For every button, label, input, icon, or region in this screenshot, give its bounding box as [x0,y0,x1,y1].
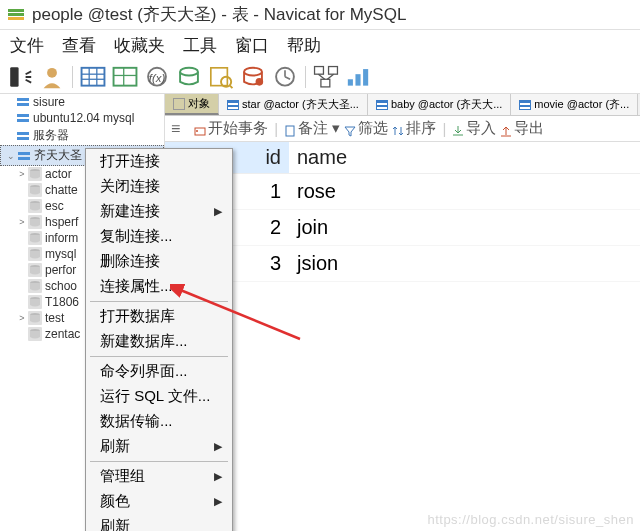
other-tool-icon[interactable] [175,65,203,89]
schedule-tool-icon[interactable] [271,65,299,89]
backup-tool-icon[interactable] [239,65,267,89]
menu-item-label: 运行 SQL 文件... [100,387,210,406]
context-menu-item[interactable]: 命令列界面... [86,359,232,384]
context-menu-item[interactable]: 打开数据库 [86,304,232,329]
table-row[interactable]: 1rose [165,174,640,210]
tree-item[interactable]: sisure [0,94,164,110]
context-menu-item[interactable]: 刷新▶ [86,434,232,459]
database-icon [28,263,42,277]
svg-rect-32 [17,98,29,101]
note-action[interactable]: 备注 ▾ [284,119,340,138]
menu-item-label: 删除连接 [100,252,160,271]
model-tool-icon[interactable] [312,65,340,89]
tab-icon [173,98,185,110]
context-menu-item[interactable]: 关闭连接 [86,174,232,199]
toolbar: f(x) [0,61,640,94]
svg-line-18 [230,86,233,89]
context-menu-item[interactable]: 删除连接 [86,249,232,274]
tree-item[interactable]: ubuntu12.04 mysql [0,110,164,126]
menu-separator [90,301,228,302]
cell-name[interactable]: jsion [289,246,640,281]
menu-help[interactable]: 帮助 [287,34,321,57]
menu-tools[interactable]: 工具 [183,34,217,57]
begin-transaction[interactable]: 开始事务 [194,119,268,138]
context-menu-item[interactable]: 管理组▶ [86,464,232,489]
tree-label: perfor [45,263,76,277]
svg-line-23 [285,77,290,80]
svg-point-19 [244,68,262,76]
database-icon [28,295,42,309]
export-action[interactable]: 导出 [500,119,544,138]
tab-label: star @actor (齐天大圣... [242,97,359,112]
database-icon [28,183,42,197]
svg-line-27 [318,74,324,79]
chart-tool-icon[interactable] [344,65,372,89]
context-menu-item[interactable]: 连接属性... [86,274,232,299]
table-row[interactable]: 2join [165,210,640,246]
hamburger-icon[interactable]: ≡ [171,120,180,138]
connection-icon[interactable] [6,65,34,89]
menu-item-label: 刷新 [100,437,130,456]
submenu-arrow-icon: ▶ [214,205,222,218]
svg-point-4 [47,68,57,78]
data-grid[interactable]: id name 1rose2join3jsion [165,142,640,282]
menu-window[interactable]: 窗口 [235,34,269,57]
svg-point-20 [256,78,264,86]
context-menu-item[interactable]: 运行 SQL 文件... [86,384,232,409]
context-menu-item[interactable]: 数据传输... [86,409,232,434]
server-icon [16,129,30,143]
context-menu-item[interactable]: 颜色▶ [86,489,232,514]
menu-item-label: 关闭连接 [100,177,160,196]
action-bar: ≡ 开始事务 | 备注 ▾ 筛选 排序 | 导入 导出 [165,116,640,142]
menu-file[interactable]: 文件 [10,34,44,57]
tab[interactable]: baby @actor (齐天大... [368,94,511,115]
toolbar-separator [305,66,306,88]
cell-name[interactable]: rose [289,174,640,209]
tab-label: baby @actor (齐天大... [391,97,502,112]
context-menu[interactable]: 打开连接关闭连接新建连接▶复制连接...删除连接连接属性...打开数据库新建数据… [85,148,233,531]
menu-item-label: 打开数据库 [100,307,175,326]
tab-label: 对象 [188,96,210,111]
svg-rect-37 [17,137,29,140]
window-title: people @test (齐天大圣) - 表 - Navicat for My… [32,3,406,26]
menu-separator [90,461,228,462]
tab-icon [519,100,531,110]
svg-rect-33 [17,103,29,106]
svg-rect-35 [17,119,29,122]
function-tool-icon[interactable]: f(x) [143,65,171,89]
tree-label: T1806 [45,295,79,309]
user-icon[interactable] [38,65,66,89]
query-tool-icon[interactable] [207,65,235,89]
svg-point-15 [180,68,198,76]
context-menu-item[interactable]: 复制连接... [86,224,232,249]
svg-rect-36 [17,132,29,135]
submenu-arrow-icon: ▶ [214,495,222,508]
column-header-name[interactable]: name [289,142,640,173]
context-menu-item[interactable]: 新建连接▶ [86,199,232,224]
tab[interactable]: 对象 [165,94,219,115]
menu-item-label: 新建数据库... [100,332,188,351]
titlebar: people @test (齐天大圣) - 表 - Navicat for My… [0,0,640,30]
sort-action[interactable]: 排序 [392,119,436,138]
table-tool-icon[interactable] [79,65,107,89]
view-tool-icon[interactable] [111,65,139,89]
submenu-arrow-icon: ▶ [214,440,222,453]
filter-action[interactable]: 筛选 [344,119,388,138]
context-menu-item[interactable]: 刷新 [86,514,232,531]
svg-rect-26 [321,80,330,88]
svg-rect-1 [8,13,24,16]
svg-rect-3 [10,67,18,87]
context-menu-item[interactable]: 打开连接 [86,149,232,174]
tab[interactable]: movie @actor (齐... [511,94,638,115]
tree-item[interactable]: 服务器 [0,126,164,145]
menu-item-label: 管理组 [100,467,145,486]
cell-name[interactable]: join [289,210,640,245]
menu-favorites[interactable]: 收藏夹 [114,34,165,57]
database-icon [28,247,42,261]
import-action[interactable]: 导入 [452,119,496,138]
menu-item-label: 刷新 [100,517,130,531]
menu-view[interactable]: 查看 [62,34,96,57]
context-menu-item[interactable]: 新建数据库... [86,329,232,354]
tab[interactable]: star @actor (齐天大圣... [219,94,368,115]
table-row[interactable]: 3jsion [165,246,640,282]
